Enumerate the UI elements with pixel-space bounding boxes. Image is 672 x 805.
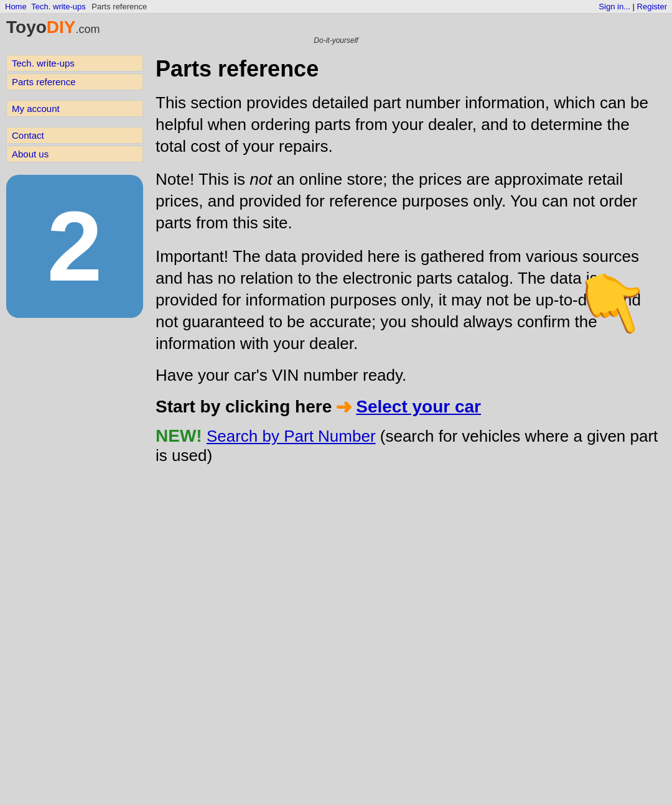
page-title: Parts reference (156, 56, 660, 82)
start-text: Start by clicking here (156, 397, 332, 417)
main-content: Parts reference This section provides de… (149, 50, 672, 478)
tech-writeups-link[interactable]: Tech. write-ups (31, 2, 85, 11)
sign-in-link[interactable]: Sign in... (599, 2, 630, 11)
sidebar-item-parts-reference[interactable]: Parts reference (6, 73, 143, 90)
arrow-icon: ➜ (335, 395, 352, 419)
number-box-text: 2 (47, 197, 103, 296)
new-line: NEW! Search by Part Number (search for v… (156, 426, 660, 465)
vin-text: Have your car's VIN number ready. (156, 366, 660, 385)
logo-area: ToyoDIY.com Do-it-yourself (0, 14, 672, 50)
paragraph-3: Important! The data provided here is gat… (156, 246, 660, 355)
number-box: 2 (6, 175, 143, 318)
breadcrumb: Home Tech. write-ups Parts reference (5, 2, 148, 11)
top-nav: Home Tech. write-ups Parts reference Sig… (0, 0, 672, 14)
paragraph-2-before: Note! This is (156, 170, 250, 188)
logo-diy: DIY (47, 19, 76, 36)
logo: ToyoDIY.com (6, 19, 666, 36)
sidebar-item-my-account[interactable]: My account (6, 100, 143, 117)
sidebar: Tech. write-ups Parts reference My accou… (0, 50, 149, 323)
sidebar-group-2: My account (6, 100, 143, 117)
sidebar-item-about-us[interactable]: About us (6, 146, 143, 162)
sidebar-group-3: Contact About us (6, 127, 143, 162)
new-badge: NEW! (156, 426, 202, 445)
start-line: Start by clicking here ➜ Select your car (156, 395, 660, 419)
current-page-label: Parts reference (91, 2, 147, 11)
logo-tagline: Do-it-yourself (6, 36, 666, 45)
auth-links: Sign in... | Register (599, 2, 667, 11)
paragraph-2-em: not (250, 170, 272, 188)
sidebar-group-1: Tech. write-ups Parts reference (6, 55, 143, 90)
home-link[interactable]: Home (5, 2, 27, 11)
part-number-search-link[interactable]: Search by Part Number (207, 427, 376, 445)
sidebar-item-tech-writeups[interactable]: Tech. write-ups (6, 55, 143, 72)
paragraph-2: Note! This is not an online store; the p… (156, 169, 660, 234)
paragraph-1: This section provides detailed part numb… (156, 92, 660, 157)
register-link[interactable]: Register (637, 2, 667, 11)
sidebar-item-contact[interactable]: Contact (6, 127, 143, 144)
logo-toyo: Toyo (6, 19, 47, 36)
logo-com: .com (76, 24, 100, 35)
select-car-link[interactable]: Select your car (356, 397, 481, 417)
